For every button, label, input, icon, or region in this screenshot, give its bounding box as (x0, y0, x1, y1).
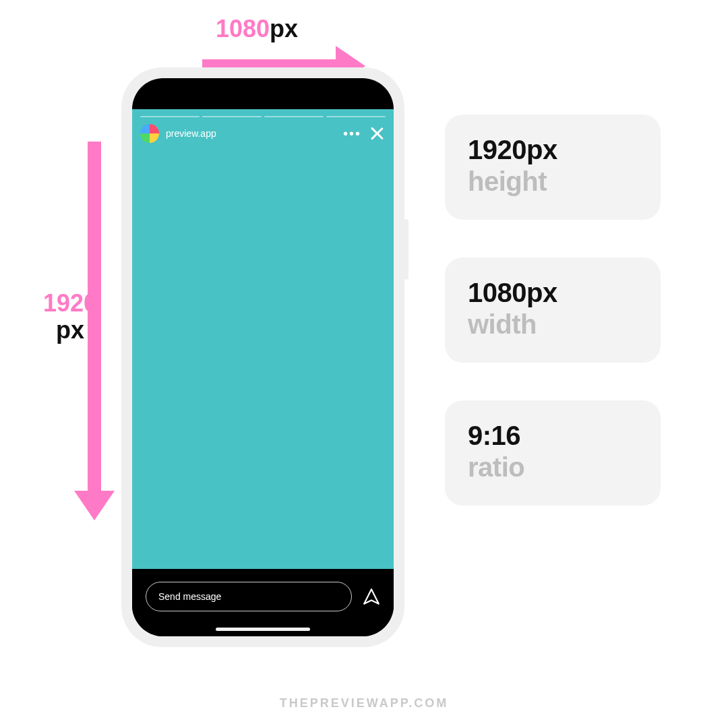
card-value: 9:16 (468, 421, 638, 451)
progress-segment (140, 116, 200, 117)
close-icon[interactable] (368, 125, 386, 142)
width-value: 1080 (216, 15, 270, 42)
card-label: height (468, 166, 638, 197)
phone-notch (195, 78, 330, 100)
phone-mockup: preview.app ••• Send message (121, 67, 404, 647)
story-header: preview.app ••• (140, 124, 386, 143)
card-value: 1080px (468, 278, 638, 308)
card-height: 1920px height (445, 115, 661, 220)
progress-segment (202, 116, 262, 117)
send-message-placeholder: Send message (158, 591, 221, 602)
info-cards: 1920px height 1080px width 9:16 ratio (445, 115, 661, 506)
card-label: ratio (468, 452, 638, 483)
home-indicator (216, 628, 310, 631)
progress-segment (264, 116, 324, 117)
story-progress-bars (140, 116, 386, 117)
progress-segment (326, 116, 386, 117)
more-options-icon[interactable]: ••• (343, 127, 361, 140)
send-message-input[interactable]: Send message (146, 582, 352, 611)
footer-watermark: THEPREVIEWAPP.COM (0, 696, 728, 710)
width-dimension-label: 1080px (216, 15, 298, 43)
arrow-head-down-icon (74, 491, 115, 520)
story-bottom-bar: Send message (132, 569, 394, 636)
card-width: 1080px width (445, 257, 661, 363)
card-label: width (468, 309, 638, 340)
story-viewport: preview.app ••• (132, 109, 394, 569)
send-icon[interactable] (363, 588, 380, 605)
card-ratio: 9:16 ratio (445, 400, 661, 506)
arrow-shaft (88, 142, 101, 492)
phone-screen: preview.app ••• Send message (132, 78, 394, 636)
story-username[interactable]: preview.app (166, 128, 216, 139)
card-value: 1920px (468, 135, 638, 165)
width-unit: px (270, 15, 298, 42)
height-arrow (81, 142, 108, 519)
avatar[interactable] (140, 124, 159, 143)
